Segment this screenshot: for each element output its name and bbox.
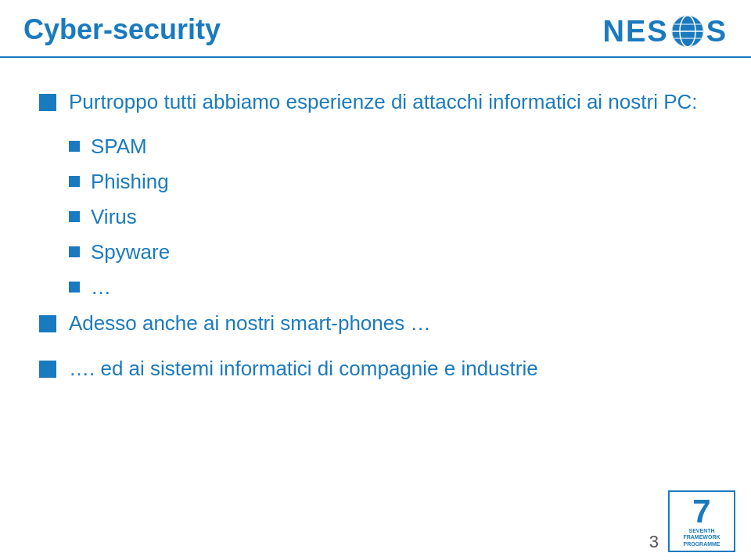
page-number: 3 <box>649 532 659 552</box>
sub-icon-1 <box>69 141 80 152</box>
bullet-2-icon <box>39 315 56 332</box>
footer: 3 7 SEVENTH FRAMEWORK PROGRAMME <box>649 490 735 552</box>
sub-icon-4 <box>69 246 80 257</box>
seventh-label-2: PROGRAMME <box>683 541 720 547</box>
bullet-1-text: Purtroppo tutti abbiamo esperienze di at… <box>69 89 698 116</box>
logo: NES S <box>603 14 728 48</box>
sub-icon-5 <box>69 282 80 293</box>
seventh-framework-logo: 7 SEVENTH FRAMEWORK PROGRAMME <box>668 490 735 552</box>
sub-icon-2 <box>69 176 80 187</box>
sub-bullet-3-text: Virus <box>91 205 137 229</box>
sub-bullet-1-text: SPAM <box>91 135 147 159</box>
logo-sos: S <box>706 15 728 48</box>
bullet-2-text: Adesso anche ai nostri smart-phones … <box>69 311 430 337</box>
sub-bullet-5-text: … <box>91 275 111 300</box>
bullet-3: …. ed ai sistemi informatici di compagni… <box>39 356 712 382</box>
bullet-2: Adesso anche ai nostri smart-phones … <box>39 311 712 337</box>
bullet-1-icon <box>39 94 56 111</box>
logo-text: NES S <box>603 14 728 48</box>
header: Cyber-security NES S <box>0 0 751 58</box>
sub-bullet-2-text: Phishing <box>91 170 169 194</box>
seventh-number: 7 <box>692 495 710 528</box>
sub-bullet-3: Virus <box>69 205 712 229</box>
main-content: Purtroppo tutti abbiamo esperienze di at… <box>0 58 751 416</box>
sub-bullet-1: SPAM <box>69 135 712 159</box>
sub-bullet-4-text: Spyware <box>91 240 170 264</box>
sub-bullet-2: Phishing <box>69 170 712 194</box>
sub-bullet-4: Spyware <box>69 240 712 264</box>
logo-globe-icon <box>670 14 705 48</box>
sub-bullets: SPAM Phishing Virus Spyware … <box>69 135 712 300</box>
page-title: Cyber-security <box>23 14 221 45</box>
seventh-label-1: SEVENTH FRAMEWORK <box>674 528 729 541</box>
sub-icon-3 <box>69 211 80 222</box>
bullet-1: Purtroppo tutti abbiamo esperienze di at… <box>39 89 712 116</box>
bullet-3-text: …. ed ai sistemi informatici di compagni… <box>69 356 538 382</box>
sub-bullet-5: … <box>69 275 712 300</box>
logo-nes: NES <box>603 15 669 48</box>
bullet-3-icon <box>39 361 56 378</box>
